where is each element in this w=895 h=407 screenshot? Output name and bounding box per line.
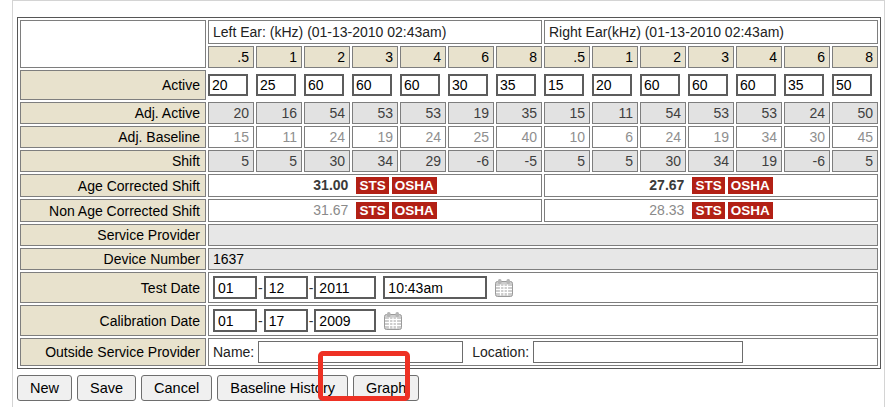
calibration-date-month-input[interactable]	[213, 309, 257, 332]
active-input[interactable]	[736, 74, 776, 96]
active-row-label: Active	[20, 70, 206, 100]
sts-badge: STS	[356, 177, 388, 194]
adj-active-cell: 53	[688, 102, 734, 124]
active-input[interactable]	[832, 74, 872, 96]
device-number-value: 1637	[208, 248, 878, 270]
date-separator: -	[258, 313, 263, 329]
cancel-button[interactable]: Cancel	[141, 375, 212, 401]
active-input[interactable]	[352, 74, 392, 96]
osp-location-input[interactable]	[533, 341, 743, 363]
new-button[interactable]: New	[17, 375, 72, 401]
adj-active-cell: 35	[496, 102, 542, 124]
adj-active-cell: 15	[544, 102, 590, 124]
osha-badge: OSHA	[392, 202, 437, 219]
active-input[interactable]	[640, 74, 680, 96]
age-corrected-shift-label: Age Corrected Shift	[20, 174, 206, 197]
calendar-icon[interactable]	[494, 278, 514, 298]
audiogram-table: Left Ear: (kHz) (01-13-2010 02:43am) Rig…	[17, 17, 881, 369]
test-time-input[interactable]	[383, 276, 487, 299]
adj-active-row: Adj. Active 20 16 54 53 53 19 35 15 11 5…	[20, 102, 878, 124]
button-toolbar: NewSaveCancelBaseline HistoryGraph	[17, 375, 884, 401]
freq-header-cell: 4	[400, 46, 446, 68]
outside-service-provider-row: Outside Service Provider Name:Location:	[20, 338, 878, 366]
freq-header-cell: 3	[688, 46, 734, 68]
active-input[interactable]	[784, 74, 824, 96]
osp-name-label: Name:	[213, 344, 254, 360]
shift-cell: 30	[304, 150, 350, 172]
adj-active-cell: 19	[448, 102, 494, 124]
service-provider-row: Service Provider	[20, 224, 878, 246]
shift-cell: 5	[256, 150, 302, 172]
shift-cell: 5	[592, 150, 638, 172]
right-non-age-corrected-shift-cell: 28.33STSOSHA	[544, 199, 878, 222]
osha-badge: OSHA	[392, 177, 437, 194]
shift-cell: -5	[496, 150, 542, 172]
shift-cell: 5	[544, 150, 590, 172]
freq-header-cell: .5	[544, 46, 590, 68]
adj-baseline-cell: 24	[400, 126, 446, 148]
device-number-row: Device Number 1637	[20, 248, 878, 270]
freq-header-cell: 1	[592, 46, 638, 68]
osha-badge: OSHA	[728, 177, 773, 194]
calibration-date-day-input[interactable]	[264, 309, 308, 332]
freq-header-cell: 4	[736, 46, 782, 68]
adj-baseline-row: Adj. Baseline 15 11 24 19 24 25 40 10 6 …	[20, 126, 878, 148]
calendar-icon[interactable]	[383, 311, 403, 331]
date-separator: -	[258, 280, 263, 296]
freq-header-cell: 3	[352, 46, 398, 68]
right-non-age-corrected-shift-value: 28.33	[649, 202, 684, 218]
active-input[interactable]	[688, 74, 728, 96]
service-provider-label: Service Provider	[20, 224, 206, 246]
save-button[interactable]: Save	[77, 375, 136, 401]
calibration-date-year-input[interactable]	[314, 309, 376, 332]
active-input[interactable]	[208, 74, 248, 96]
test-date-row: Test Date --	[20, 272, 878, 303]
date-separator: -	[309, 280, 314, 296]
freq-header-cell: 8	[496, 46, 542, 68]
shift-row-label: Shift	[20, 150, 206, 172]
adj-baseline-cell: 24	[640, 126, 686, 148]
adj-active-cell: 53	[736, 102, 782, 124]
shift-cell: 34	[352, 150, 398, 172]
osp-location-label: Location:	[472, 344, 529, 360]
shift-row: Shift 5 5 30 34 29 -6 -5 5 5 30 34 19 -6…	[20, 150, 878, 172]
active-input[interactable]	[400, 74, 440, 96]
active-input[interactable]	[544, 74, 584, 96]
test-date-year-input[interactable]	[314, 276, 376, 299]
osha-badge: OSHA	[728, 202, 773, 219]
adj-active-row-label: Adj. Active	[20, 102, 206, 124]
test-date-month-input[interactable]	[213, 276, 257, 299]
active-input[interactable]	[256, 74, 296, 96]
adj-baseline-cell: 6	[592, 126, 638, 148]
graph-button[interactable]: Graph	[353, 375, 419, 401]
left-non-age-corrected-shift-cell: 31.67STSOSHA	[208, 199, 542, 222]
adj-baseline-row-label: Adj. Baseline	[20, 126, 206, 148]
freq-header-cell: 6	[784, 46, 830, 68]
active-input[interactable]	[448, 74, 488, 96]
active-input[interactable]	[304, 74, 344, 96]
shift-cell: 5	[832, 150, 878, 172]
service-provider-value	[208, 224, 878, 246]
freq-header-cell: 8	[832, 46, 878, 68]
adj-baseline-cell: 45	[832, 126, 878, 148]
left-age-corrected-shift-value: 31.00	[313, 177, 348, 193]
active-input[interactable]	[592, 74, 632, 96]
adj-baseline-cell: 19	[688, 126, 734, 148]
right-age-corrected-shift-value: 27.67	[649, 177, 684, 193]
right-age-corrected-shift-cell: 27.67STSOSHA	[544, 174, 878, 197]
baseline-history-button[interactable]: Baseline History	[217, 375, 348, 401]
sts-badge: STS	[692, 177, 724, 194]
adj-active-cell: 20	[208, 102, 254, 124]
adj-baseline-cell: 15	[208, 126, 254, 148]
shift-cell: -6	[784, 150, 830, 172]
left-ear-header: Left Ear: (kHz) (01-13-2010 02:43am)	[208, 20, 542, 44]
adj-active-cell: 24	[784, 102, 830, 124]
left-age-corrected-shift-cell: 31.00STSOSHA	[208, 174, 542, 197]
calibration-date-label: Calibration Date	[20, 305, 206, 336]
test-date-day-input[interactable]	[264, 276, 308, 299]
freq-header-cell: .5	[208, 46, 254, 68]
adj-baseline-cell: 10	[544, 126, 590, 148]
osp-name-input[interactable]	[258, 341, 463, 363]
active-input[interactable]	[496, 74, 536, 96]
freq-header-cell: 2	[640, 46, 686, 68]
